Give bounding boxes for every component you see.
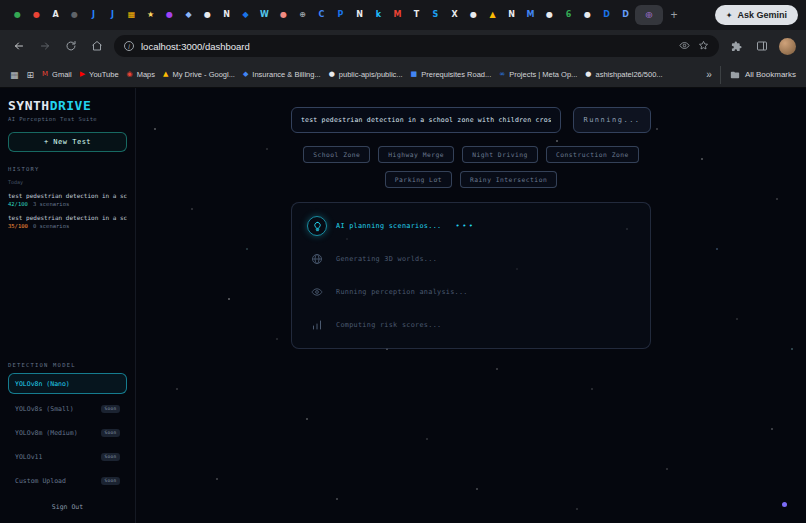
bookmark-item[interactable]: ◆ Insurance & Billing... [243,70,321,79]
bookmark-item[interactable]: ● public-apis/public... [329,70,403,79]
browser-tab[interactable]: k [369,5,388,25]
bookmark-favicon: ▶ [80,71,85,78]
suggestion-chip[interactable]: Parking Lot [385,171,452,188]
browser-tab[interactable]: M [521,5,540,25]
browser-tab[interactable]: W [255,5,274,25]
forward-icon[interactable] [36,37,54,55]
history-item[interactable]: test pedestrian detection in a schoo... … [8,214,127,229]
bookmark-item[interactable]: ● ashishpatel26/500... [585,70,662,79]
tab-favicon: ● [204,11,211,19]
bookmark-item[interactable]: M Gmail [42,70,72,79]
history-item-meta: 3 scenarios [33,201,69,207]
progress-step: Generating 3D worlds... [307,249,635,269]
suggestion-chip[interactable]: Night Driving [462,146,538,163]
tab-groups-icon[interactable]: ⊞ [27,70,35,80]
browser-tab[interactable]: S [426,5,445,25]
model-option[interactable]: YOLOv8n (Nano) [8,373,127,394]
all-bookmarks-button[interactable]: All Bookmarks [720,66,796,84]
logo-accent: DRIVE [50,98,92,113]
browser-tab[interactable]: N [217,5,236,25]
apps-grid-icon[interactable]: ▦ [10,70,19,80]
bookmark-item[interactable]: ▲ My Drive - Googl... [163,70,235,79]
bookmark-item[interactable]: ▶ YouTube [80,70,119,79]
browser-tab[interactable]: X [445,5,464,25]
password-eye-icon[interactable] [679,37,690,55]
model-soon-badge: Soon [101,477,120,485]
browser-tab[interactable]: ● [8,5,27,25]
back-icon[interactable] [10,37,28,55]
bookmark-favicon: ■ [411,71,418,78]
browser-tab[interactable]: T [407,5,426,25]
extensions-puzzle-icon[interactable] [727,37,745,55]
tab-favicon: X [451,11,457,19]
history-item[interactable]: test pedestrian detection in a schoo... … [8,192,127,207]
browser-tab[interactable]: ● [65,5,84,25]
browser-tab[interactable]: D [597,5,616,25]
browser-tab[interactable]: ● [198,5,217,25]
bookmark-item[interactable]: ∞ Projects | Meta Op... [499,70,577,79]
browser-tab[interactable]: ● [160,5,179,25]
address-bar[interactable]: localhost:3000/dashboard [114,35,719,57]
browser-tab[interactable]: N [350,5,369,25]
browser-tab[interactable]: M [388,5,407,25]
browser-tab[interactable]: ▦ [122,5,141,25]
browser-tab[interactable]: 6 [559,5,578,25]
browser-tab[interactable]: ● [540,5,559,25]
all-bookmarks-label: All Bookmarks [745,70,796,79]
browser-tab[interactable]: ◎ [635,5,663,25]
side-panel-icon[interactable] [753,37,771,55]
prompt-input[interactable] [291,107,561,133]
new-test-button[interactable]: + New Test [8,132,127,152]
reload-icon[interactable] [62,37,80,55]
browser-tab[interactable]: P [331,5,350,25]
ask-gemini-button[interactable]: ✦ Ask Gemini [715,5,798,25]
bookmark-favicon: M [42,71,48,78]
tab-favicon: ● [14,11,21,19]
new-tab-button[interactable]: + [665,6,683,24]
model-option[interactable]: YOLOv8m (Medium) Soon [8,423,127,442]
browser-tab[interactable]: ◆ [236,5,255,25]
browser-tab[interactable]: J [103,5,122,25]
browser-tab[interactable]: ⊕ [293,5,312,25]
browser-tab[interactable]: ▲ [483,5,502,25]
tab-favicon: T [414,11,419,19]
bookmark-label: Projects | Meta Op... [509,70,577,79]
suggestion-chip[interactable]: School Zone [303,146,370,163]
profile-avatar[interactable] [779,38,796,55]
browser-tab[interactable]: C [312,5,331,25]
home-icon[interactable] [88,37,106,55]
dev-indicator-dot[interactable] [782,502,787,507]
browser-tab[interactable]: D [616,5,635,25]
model-option[interactable]: YOLOv11 Soon [8,447,127,466]
browser-tab[interactable]: ● [274,5,293,25]
bookmarks-overflow-chevron[interactable]: » [706,69,712,80]
bookmark-label: Maps [137,70,155,79]
browser-tab[interactable]: ● [578,5,597,25]
sign-out-button[interactable]: Sign Out [8,499,127,515]
progress-step: Computing risk scores... [307,315,635,335]
site-info-icon[interactable] [124,41,134,51]
browser-tab[interactable]: ◆ [179,5,198,25]
bookmark-favicon: ∞ [499,71,505,78]
bookmark-star-icon[interactable] [698,37,709,55]
bookmark-favicon: ● [329,71,335,78]
prompt-row: Running... [291,107,651,133]
globe-icon [307,249,327,269]
bookmark-item[interactable]: ◉ Maps [127,70,155,79]
model-option[interactable]: YOLOv8s (Small) Soon [8,399,127,418]
model-option[interactable]: Custom Upload Soon [8,471,127,490]
sidebar: SYNTHDRIVE AI Perception Test Suite + Ne… [0,88,136,523]
bookmark-label: ashishpatel26/500... [595,70,662,79]
browser-tab[interactable]: ● [464,5,483,25]
browser-tab[interactable]: ● [27,5,46,25]
browser-tab[interactable]: J [84,5,103,25]
browser-tab[interactable]: N [502,5,521,25]
browser-tab[interactable]: ★ [141,5,160,25]
suggestion-chip[interactable]: Highway Merge [378,146,454,163]
bookmark-item[interactable]: ■ Prerequisites Road... [411,70,492,79]
run-button[interactable]: Running... [573,107,651,133]
browser-tab[interactable]: A [46,5,65,25]
suggestion-chips: School ZoneHighway MergeNight DrivingCon… [291,146,651,188]
suggestion-chip[interactable]: Construction Zone [546,146,639,163]
suggestion-chip[interactable]: Rainy Intersection [460,171,557,188]
